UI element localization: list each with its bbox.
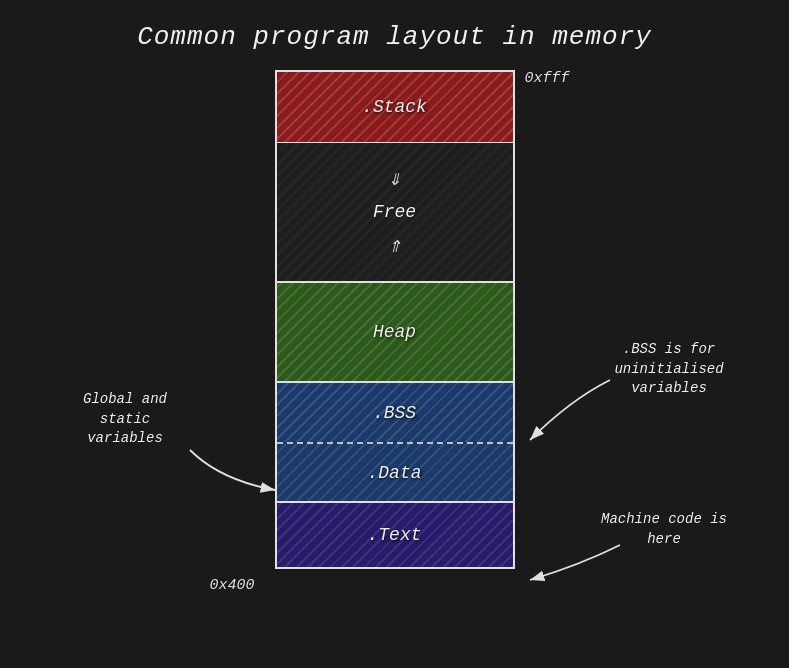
arrow-down-icon: ⇓ (388, 165, 401, 192)
memory-block: .Stack ⇓ Free ⇑ Heap .BSS ⇐ ⇒ .Data .Tex… (275, 70, 515, 569)
global-static-callout: Global and static variables (60, 390, 190, 449)
text-segment: .Text ⇐ (277, 502, 513, 567)
free-label: Free (373, 202, 416, 222)
stack-label: .Stack (362, 97, 427, 117)
heap-label: Heap (373, 322, 416, 342)
data-label: .Data (367, 463, 421, 483)
bss-callout: .BSS is for uninitialised variables (589, 340, 749, 399)
addr-bottom-label: 0x400 (210, 577, 255, 594)
arrow-up-icon: ⇑ (388, 232, 401, 259)
memory-diagram: 0xfff .Stack ⇓ Free ⇑ Heap .BSS ⇐ ⇒ .Dat… (275, 70, 515, 569)
text-label: .Text (367, 525, 421, 545)
data-segment: ⇒ .Data (277, 442, 513, 502)
addr-top-label: 0xfff (524, 70, 569, 87)
free-segment: ⇓ Free ⇑ (277, 142, 513, 282)
bss-segment: .BSS ⇐ (277, 382, 513, 442)
heap-segment: Heap (277, 282, 513, 382)
stack-segment: .Stack (277, 72, 513, 142)
bss-label: .BSS (373, 403, 416, 423)
machine-code-callout: Machine code is here (599, 510, 729, 549)
page-title: Common program layout in memory (0, 0, 789, 52)
